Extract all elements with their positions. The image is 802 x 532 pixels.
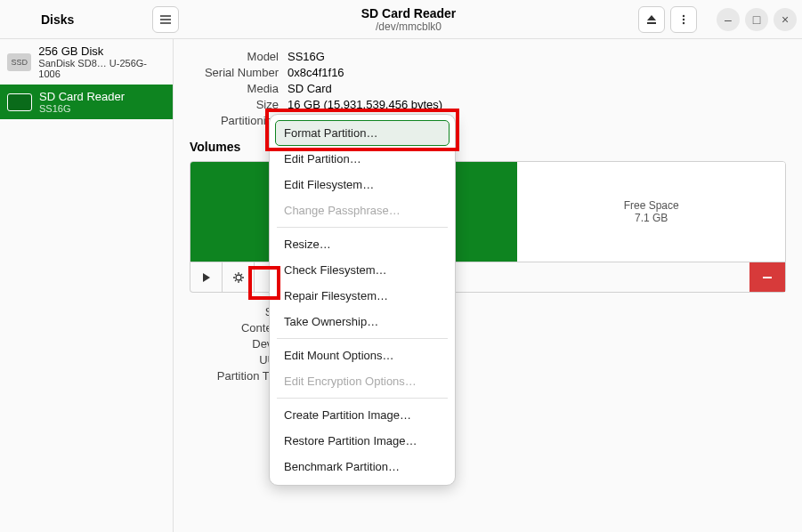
- content-pane: Model SS16G Serial Number 0x8c4f1f16 Med…: [174, 39, 802, 532]
- menu-edit-partition[interactable]: Edit Partition…: [275, 146, 450, 172]
- hamburger-button[interactable]: [152, 6, 179, 33]
- menu-restore-partition-image[interactable]: Restore Partition Image…: [275, 428, 450, 454]
- partition-context-menu: Format Partition… Edit Partition… Edit F…: [269, 114, 456, 486]
- menu-separator: [277, 227, 448, 228]
- svg-point-0: [683, 14, 685, 16]
- close-button[interactable]: ×: [774, 8, 797, 31]
- ssd-icon: SSD: [7, 53, 31, 71]
- eject-button[interactable]: [638, 6, 665, 33]
- menu-repair-filesystem[interactable]: Repair Filesystem…: [275, 283, 450, 309]
- value-serial: 0x8c4f1f16: [288, 66, 786, 79]
- sidebar-item-title: 256 GB Disk: [38, 44, 166, 58]
- menu-take-ownership[interactable]: Take Ownership…: [275, 309, 450, 335]
- svg-point-1: [683, 18, 685, 20]
- remove-partition-button[interactable]: [749, 262, 785, 292]
- play-button[interactable]: [190, 262, 223, 292]
- value-model: SS16G: [288, 50, 786, 63]
- menu-separator: [277, 338, 448, 339]
- menu-separator: [277, 398, 448, 399]
- free-space-label: Free Space: [624, 199, 679, 212]
- svg-point-3: [236, 275, 241, 280]
- gear-button[interactable]: [223, 262, 255, 292]
- sdcard-icon: [7, 93, 32, 111]
- kebab-button[interactable]: [670, 6, 697, 33]
- sidebar-item-sub: SS16G: [39, 103, 125, 114]
- menu-edit-encryption-options: Edit Encryption Options…: [275, 368, 450, 394]
- sidebar: SSD 256 GB Disk SanDisk SD8… U-256G-1006…: [0, 39, 174, 532]
- menu-edit-filesystem[interactable]: Edit Filesystem…: [275, 172, 450, 197]
- menu-create-partition-image[interactable]: Create Partition Image…: [275, 402, 450, 428]
- label-media: Media: [190, 82, 279, 95]
- minimize-button[interactable]: –: [717, 8, 740, 31]
- menu-resize[interactable]: Resize…: [275, 231, 450, 257]
- label-partitioning: Partitioning: [190, 114, 279, 127]
- sidebar-item-sub: SanDisk SD8… U-256G-1006: [38, 58, 166, 79]
- menu-benchmark-partition[interactable]: Benchmark Partition…: [275, 454, 450, 480]
- sidebar-item-title: SD Card Reader: [39, 90, 125, 103]
- svg-point-2: [683, 21, 685, 23]
- menu-change-passphrase: Change Passphrase…: [275, 197, 450, 223]
- sidebar-item-sdcard[interactable]: SD Card Reader SS16G: [0, 85, 173, 119]
- menu-check-filesystem[interactable]: Check Filesystem…: [275, 257, 450, 283]
- label-model: Model: [190, 50, 279, 63]
- free-space-size: 7.1 GB: [635, 212, 668, 224]
- volume-free-space[interactable]: Free Space 7.1 GB: [517, 162, 785, 262]
- value-size: 16 GB (15,931,539,456 bytes): [288, 98, 786, 111]
- value-media: SD Card: [288, 82, 786, 95]
- sidebar-item-disk[interactable]: SSD 256 GB Disk SanDisk SD8… U-256G-1006: [0, 39, 173, 85]
- app-title: Disks: [41, 12, 74, 27]
- device-title: SD Card Reader: [179, 6, 638, 20]
- menu-format-partition[interactable]: Format Partition…: [275, 120, 450, 146]
- label-serial: Serial Number: [190, 66, 279, 79]
- menu-edit-mount-options[interactable]: Edit Mount Options…: [275, 343, 450, 368]
- titlebar: Disks SD Card Reader /dev/mmcblk0 – □ ×: [0, 0, 802, 39]
- label-size: Size: [190, 98, 279, 111]
- maximize-button[interactable]: □: [745, 8, 768, 31]
- device-path: /dev/mmcblk0: [179, 20, 638, 33]
